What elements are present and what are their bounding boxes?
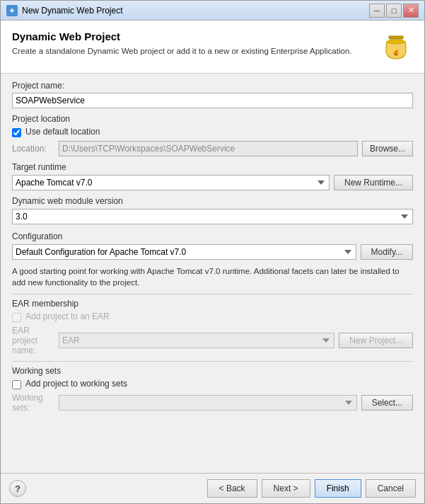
add-to-ear-checkbox[interactable] bbox=[12, 313, 21, 322]
svg-point-2 bbox=[387, 40, 405, 44]
browse-button[interactable]: Browse... bbox=[362, 141, 413, 156]
help-button[interactable]: ? bbox=[9, 480, 26, 497]
divider-1 bbox=[12, 294, 413, 294]
use-default-location-checkbox[interactable] bbox=[12, 128, 21, 137]
configuration-label: Configuration bbox=[12, 231, 413, 241]
dialog-footer: ? < Back Next > Finish Cancel bbox=[1, 473, 424, 503]
dialog-header: Dynamic Web Project Create a standalone … bbox=[1, 21, 424, 74]
svg-rect-1 bbox=[389, 36, 403, 39]
project-name-label: Project name: bbox=[12, 81, 413, 91]
working-sets-field-label: Working sets: bbox=[12, 393, 54, 413]
ear-membership-label: EAR membership bbox=[12, 299, 413, 309]
add-to-ear-label[interactable]: Add project to an EAR bbox=[25, 311, 110, 321]
working-sets-select[interactable] bbox=[59, 395, 357, 411]
close-button[interactable]: ✕ bbox=[403, 4, 419, 18]
project-name-row: Project name: bbox=[12, 81, 413, 108]
add-to-working-sets-label[interactable]: Add project to working sets bbox=[25, 379, 127, 389]
svg-text:🍯: 🍯 bbox=[392, 49, 400, 56]
select-working-sets-button[interactable]: Select... bbox=[361, 395, 413, 411]
maximize-button[interactable]: □ bbox=[386, 4, 402, 18]
location-input[interactable] bbox=[59, 141, 358, 156]
working-sets-label: Working sets bbox=[12, 366, 413, 376]
configuration-row: Default Configuration for Apache Tomcat … bbox=[12, 244, 413, 260]
add-to-ear-row: Add project to an EAR bbox=[12, 311, 413, 323]
dialog-window: New Dynamic Web Project ─ □ ✕ Dynamic We… bbox=[0, 0, 425, 504]
location-field-label: Location: bbox=[12, 144, 54, 154]
back-button[interactable]: < Back bbox=[207, 479, 257, 498]
add-to-working-sets-row: Add project to working sets bbox=[12, 379, 413, 390]
ear-project-name-row: EAR project name: EAR New Project... bbox=[12, 326, 413, 355]
header-description: Create a standalone Dynamic Web project … bbox=[12, 45, 372, 57]
configuration-info-text: A good starting point for working with A… bbox=[12, 265, 413, 288]
target-runtime-select[interactable]: Apache Tomcat v7.0 bbox=[12, 175, 330, 190]
footer-buttons: < Back Next > Finish Cancel bbox=[26, 479, 416, 498]
ear-project-name-select[interactable]: EAR bbox=[59, 333, 334, 348]
title-bar: New Dynamic Web Project ─ □ ✕ bbox=[1, 1, 424, 21]
minimize-button[interactable]: ─ bbox=[369, 4, 385, 18]
finish-button[interactable]: Finish bbox=[315, 479, 361, 498]
use-default-location-row: Use default location bbox=[12, 127, 413, 138]
use-default-location-checkbox-label[interactable]: Use default location bbox=[25, 127, 100, 137]
modify-button[interactable]: Modify... bbox=[361, 244, 413, 260]
location-row: Location: Browse... bbox=[12, 141, 413, 156]
window-controls: ─ □ ✕ bbox=[369, 4, 419, 18]
header-title: Dynamic Web Project bbox=[12, 30, 372, 42]
working-sets-row: Working sets: Select... bbox=[12, 393, 413, 413]
header-icon: 🍯 bbox=[379, 30, 413, 64]
project-location-label: Project location bbox=[12, 114, 413, 124]
web-module-version-label: Dynamic web module version bbox=[12, 196, 413, 206]
new-project-button[interactable]: New Project... bbox=[339, 333, 413, 348]
cancel-button[interactable]: Cancel bbox=[366, 479, 416, 498]
add-to-working-sets-checkbox[interactable] bbox=[12, 380, 21, 389]
dialog-content: Project name: Project location Use defau… bbox=[1, 74, 424, 473]
target-runtime-label: Target runtime bbox=[12, 162, 413, 172]
project-name-input[interactable] bbox=[12, 93, 413, 108]
window-title: New Dynamic Web Project bbox=[22, 6, 369, 16]
divider-2 bbox=[12, 361, 413, 362]
web-module-version-select[interactable]: 3.0 bbox=[12, 209, 413, 224]
configuration-select[interactable]: Default Configuration for Apache Tomcat … bbox=[12, 244, 356, 260]
window-icon bbox=[6, 5, 18, 16]
next-button[interactable]: Next > bbox=[262, 479, 310, 498]
new-runtime-button[interactable]: New Runtime... bbox=[334, 175, 413, 190]
header-text-block: Dynamic Web Project Create a standalone … bbox=[12, 30, 372, 57]
ear-project-name-field-label: EAR project name: bbox=[12, 326, 54, 355]
target-runtime-row: Apache Tomcat v7.0 New Runtime... bbox=[12, 175, 413, 190]
project-location-section: Project location Use default location Lo… bbox=[12, 114, 413, 156]
